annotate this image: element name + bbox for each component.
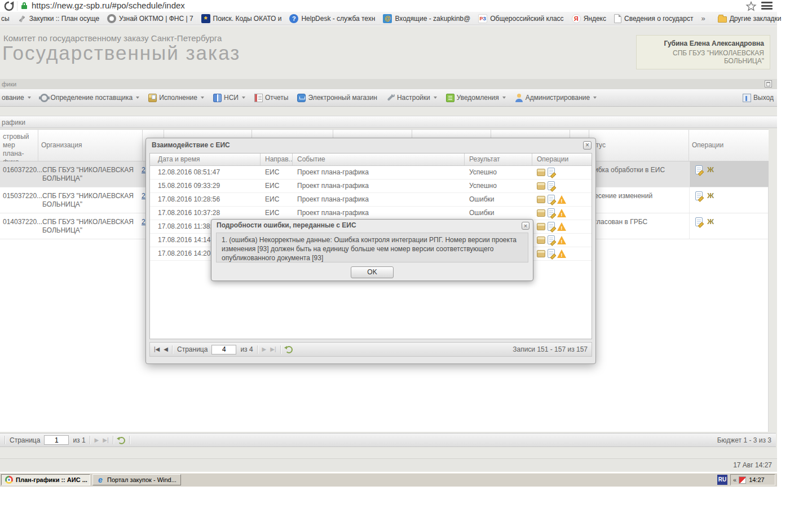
- close-icon[interactable]: ×: [522, 222, 529, 230]
- last-page-icon[interactable]: ▶|: [103, 436, 108, 444]
- url-field[interactable]: https://new.gz-spb.ru/#po/schedule/index: [32, 1, 185, 10]
- bookmarks-bar: сы Закупки :: План осуще Узнай ОКТМО | Ф…: [0, 12, 777, 25]
- kaspersky-icon[interactable]: [739, 476, 746, 484]
- package-icon[interactable]: [537, 182, 545, 190]
- document-edit-icon[interactable]: [548, 249, 555, 258]
- package-icon[interactable]: [537, 237, 545, 244]
- bookmark-item[interactable]: Узнай ОКТМО | ФНС | 7: [107, 14, 193, 23]
- warning-icon[interactable]: !: [557, 236, 566, 244]
- eagle-icon[interactable]: [706, 217, 715, 226]
- eagle-icon[interactable]: [706, 191, 715, 200]
- page-input[interactable]: [211, 345, 236, 354]
- taskbar-button-plans[interactable]: План-графики :: АИС ...: [1, 474, 90, 485]
- column-header-datetime[interactable]: Дата и время: [150, 154, 261, 165]
- organization: СПБ ГБУЗ "НИКОЛАЕВСКАЯ БОЛЬНИЦА": [42, 166, 139, 183]
- language-indicator[interactable]: RU: [717, 475, 727, 485]
- reload-icon[interactable]: [3, 0, 15, 12]
- positions-link[interactable]: 2: [142, 192, 145, 200]
- column-header-event[interactable]: Событие: [293, 154, 465, 165]
- menu-item-planning[interactable]: ование: [2, 94, 31, 102]
- warning-icon[interactable]: !: [557, 222, 566, 231]
- next-page-icon[interactable]: ▶: [262, 345, 267, 353]
- column-header-operations[interactable]: Операции: [532, 154, 592, 165]
- last-page-icon[interactable]: ▶|: [270, 345, 276, 353]
- positions-link[interactable]: 2: [142, 166, 145, 174]
- page-input[interactable]: [44, 435, 69, 445]
- column-header-direction[interactable]: Направ...: [261, 154, 293, 165]
- desktop-screen: https://new.gz-spb.ru/#po/schedule/index…: [0, 0, 777, 508]
- chevron-down-icon: [242, 97, 245, 99]
- warning-icon[interactable]: !: [557, 209, 566, 217]
- bookmark-item[interactable]: Закупки :: План осуще: [17, 14, 99, 23]
- package-icon[interactable]: [537, 169, 545, 176]
- eis-log-row[interactable]: 17.08.2016 10:28:56 ЕИС Проект плана-гра…: [150, 193, 592, 207]
- window-restore-icon[interactable]: [765, 80, 772, 87]
- tray-expand-icon[interactable]: «: [733, 476, 736, 483]
- browser-menu-icon[interactable]: [761, 2, 773, 11]
- refresh-icon[interactable]: [118, 437, 125, 444]
- menu-item-eshop[interactable]: Электронный магазин: [297, 94, 377, 102]
- column-header-operations[interactable]: Операции: [689, 130, 769, 161]
- menu-item-reports[interactable]: Отчеты: [254, 94, 288, 102]
- document-edit-icon[interactable]: [548, 222, 555, 231]
- column-header-org[interactable]: Организация: [38, 130, 143, 161]
- document-edit-icon[interactable]: [695, 217, 703, 226]
- exit-icon: [743, 94, 751, 102]
- column-header-status[interactable]: атус: [589, 130, 689, 161]
- menu-label: Определение поставщика: [51, 94, 133, 102]
- lock-icon[interactable]: [21, 2, 27, 9]
- help-icon: [289, 14, 298, 23]
- logout-button[interactable]: Выход: [743, 94, 774, 102]
- menu-item-notifications[interactable]: Уведомления: [446, 94, 506, 102]
- next-page-icon[interactable]: ▶: [95, 436, 99, 444]
- package-icon[interactable]: [537, 223, 545, 230]
- document-edit-icon[interactable]: [548, 181, 555, 190]
- warning-icon[interactable]: !: [557, 195, 566, 204]
- eis-log-row[interactable]: 17.08.2016 10:37:28 ЕИС Проект плана-гра…: [150, 207, 592, 220]
- document-edit-icon[interactable]: [695, 191, 703, 200]
- chevron-down-icon: [593, 97, 597, 99]
- eis-log-row[interactable]: 12.08.2016 08:51:47 ЕИС Проект плана-гра…: [150, 166, 592, 179]
- system-tray: « 14:27: [730, 474, 775, 485]
- bookmark-item[interactable]: Входящие - zakupkinb@: [383, 14, 470, 23]
- column-header-result[interactable]: Результат: [465, 154, 532, 165]
- bookmark-star-icon[interactable]: [745, 1, 757, 12]
- logout-label: Выход: [753, 94, 774, 102]
- package-icon[interactable]: [537, 196, 545, 203]
- document-edit-icon[interactable]: [548, 208, 555, 217]
- organization: СПБ ГБУЗ "НИКОЛАЕВСКАЯ БОЛЬНИЦА": [42, 218, 139, 235]
- menu-item-nsi[interactable]: НСИ: [213, 94, 245, 102]
- bookmark-label: Общероссийский класс: [490, 15, 563, 23]
- document-edit-icon[interactable]: [548, 195, 555, 204]
- first-page-icon[interactable]: |◀: [154, 345, 160, 353]
- positions-link[interactable]: 2: [142, 218, 145, 226]
- bookmark-item[interactable]: сы: [1, 15, 10, 23]
- pager-divider: [280, 345, 281, 354]
- package-icon[interactable]: [537, 250, 545, 257]
- other-bookmarks-button[interactable]: Другие закладки: [718, 15, 782, 23]
- column-header-number[interactable]: стровый мер плана- фика: [0, 130, 38, 161]
- document-edit-icon[interactable]: [548, 235, 555, 244]
- menu-item-execution[interactable]: Исполнение: [148, 94, 204, 102]
- bookmark-item[interactable]: Яндекс: [572, 14, 606, 23]
- page-of-label: из 1: [73, 436, 85, 444]
- menu-item-supplier-determination[interactable]: Определение поставщика: [40, 94, 140, 102]
- close-icon[interactable]: ×: [583, 141, 592, 150]
- menu-item-administration[interactable]: Администрирование: [515, 94, 597, 102]
- menu-item-settings[interactable]: Настройки: [386, 94, 437, 102]
- ok-button[interactable]: OK: [351, 266, 394, 278]
- document-edit-icon[interactable]: [548, 168, 555, 177]
- prev-page-icon[interactable]: ◀: [164, 345, 168, 353]
- bookmark-item[interactable]: HelpDesk - служба техн: [289, 14, 375, 23]
- package-icon[interactable]: [537, 209, 545, 217]
- bookmark-item[interactable]: Сведения о государст: [614, 14, 693, 23]
- taskbar-button-portal[interactable]: Портал закупок - Wind...: [92, 474, 181, 485]
- eagle-icon[interactable]: [706, 165, 715, 174]
- eis-log-row[interactable]: 15.08.2016 09:33:29 ЕИС Проект плана-гра…: [150, 179, 592, 193]
- warning-icon[interactable]: !: [557, 249, 566, 258]
- bookmark-item[interactable]: Общероссийский класс: [478, 14, 563, 23]
- refresh-icon[interactable]: [285, 346, 293, 353]
- document-edit-icon[interactable]: [695, 165, 703, 174]
- bookmarks-overflow-chevron[interactable]: »: [701, 14, 704, 23]
- bookmark-item[interactable]: Поиск. Коды ОКАТО и: [201, 14, 282, 23]
